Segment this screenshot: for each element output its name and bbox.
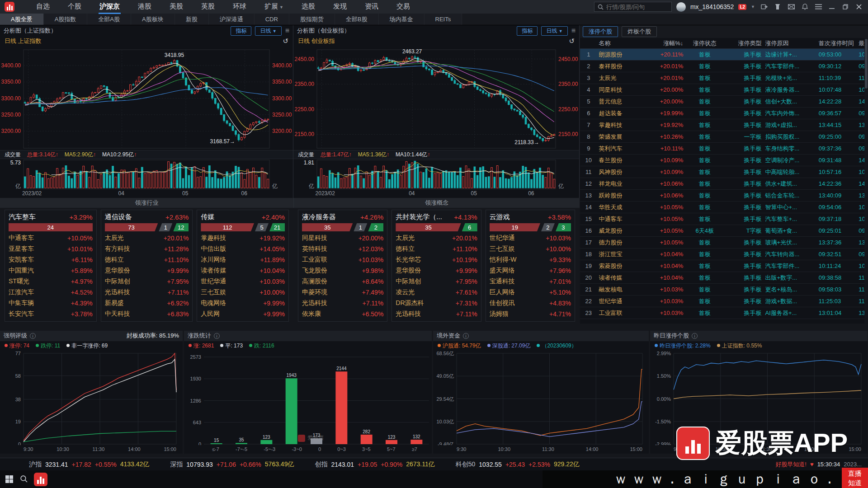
menu-item-港股[interactable]: 港股 [129,0,160,14]
menu-item-发现[interactable]: 发现 [324,0,356,14]
col-header[interactable]: 涨停状态 [685,39,724,47]
menu-item-交易[interactable]: 交易 [387,0,419,14]
sector-stock-row[interactable]: 中国重汽+5.89% [9,265,93,276]
indicator-button[interactable]: 指标 [517,26,538,36]
info-icon[interactable]: i [30,333,36,339]
sector-stock-row[interactable]: 中际旭创+7.95% [396,276,477,287]
sector-stock-row[interactable]: 紫光股份+6.42% [302,319,383,322]
sector-stock-row[interactable]: 世纪华通+10.03% [490,233,571,244]
sector-stock-row[interactable]: 长安汽车+3.78% [9,309,93,319]
menu-item-资讯[interactable]: 资讯 [356,0,387,14]
period-button[interactable]: 日线 ▼ [255,26,281,36]
minimize-button[interactable] [827,3,836,11]
limit-up-row-掌趣科技[interactable]: 7掌趣科技+19.92%首板换手板游戏+虚拟...13:44:1513:4 [580,119,868,131]
sector-card-液冷服务器[interactable]: 液冷服务器+4.26%3512同星科技+20.00%英特科技+12.03%工业富… [298,210,387,322]
sector-stock-row[interactable]: 果麦文化+9.98% [201,319,285,322]
limit-up-row-同星科技[interactable]: 4同星科技+20.00%首板换手板液冷服务器...10:07:4810:0 [580,84,868,96]
col-header[interactable]: 涨停原因 [764,39,817,47]
info-icon[interactable]: i [463,333,469,339]
sector-stock-row[interactable]: DR源杰科+7.31% [396,298,477,309]
sector-stock-row[interactable]: 人民网+9.99% [201,309,285,319]
table-scrollbar[interactable] [864,38,868,324]
sector-stock-row[interactable]: 汤姆猫+4.71% [490,309,571,319]
limit-up-row-索菱股份[interactable]: 19索菱股份+10.04%首板换手板汽车零部件...10:11:2410:1 [580,260,868,272]
sector-card-共封装光学（...[interactable]: 共封装光学（...+4.13%356太辰光+20.01%德科立+11.10%长光… [392,210,481,322]
sector-stock-row[interactable]: 宝通科技+7.01% [490,276,571,287]
col-header[interactable]: 首次涨停时间 [817,39,857,47]
user-caret-icon[interactable]: ▼ [751,5,755,9]
tab-场内基金[interactable]: 场内基金 [379,14,425,25]
search-input[interactable] [606,4,665,10]
limit-up-row-浙江世宝[interactable]: 18浙江世宝+10.04%首板换手板汽车转向器...09:32:5109:3 [580,249,868,260]
sector-stock-row[interactable]: 三七互娱+10.00% [201,287,285,298]
sector-stock-row[interactable]: 英特科技+12.03% [302,244,383,254]
sector-stock-row[interactable]: 工业富联+10.03% [302,254,383,265]
info-icon[interactable]: i [214,333,220,339]
tab-A股板块[interactable]: A股板块 [131,14,175,25]
chart-menu-icon[interactable]: ≡ [285,27,289,34]
tab-A股指数[interactable]: A股指数 [44,14,88,25]
sector-stock-row[interactable]: 光迅科技+7.11% [105,287,189,298]
sector-stock-row[interactable]: 依米康+6.50% [302,309,383,319]
sector-stock-row[interactable]: 中信出版+14.05% [201,244,285,254]
switch-account-icon[interactable] [760,3,769,11]
sector-stock-row[interactable]: ST曙光+4.97% [9,276,93,287]
candlestick-chart-chinext[interactable]: 2450.002450.002350.002350.002250.002250.… [293,46,579,150]
sector-stock-row[interactable]: 飞龙股份+9.98% [302,265,383,276]
sector-stock-row[interactable]: 长光华芯+10.19% [396,254,477,265]
sector-stock-row[interactable]: 申菱环境+7.49% [302,287,383,298]
sector-stock-row[interactable]: 掌趣科技+19.92% [201,233,285,244]
updown-bar-chart[interactable]: 2573193012866430153512319431732144282123… [184,351,432,446]
sector-stock-row[interactable]: 亚星客车+10.01% [9,244,93,254]
col-header[interactable]: 涨停类型 [724,39,764,47]
sector-card-云游戏[interactable]: 云游戏+3.58%1923世纪华通+10.03%三七互娱+10.00%恺利得-W… [486,210,575,322]
maximize-button[interactable] [841,3,850,11]
chart-menu-icon[interactable]: ≡ [571,27,576,34]
menu-list-icon[interactable] [814,3,823,11]
chart-subtab-chinext[interactable]: 日线 创业板指 [298,37,335,45]
index-quote-深指[interactable]: 深指10793.93+71.06+0.66%5763.49亿 [170,460,294,469]
sector-stock-row[interactable]: 凌云光+7.61% [396,287,477,298]
limit-up-row-风神股份[interactable]: 11风神股份+10.09%首板换手板中高端轮胎...10:57:1610:5 [580,166,868,178]
limit-up-row-泰祥股份[interactable]: 2泰祥股份+20.01%首板换手板汽车零部件...09:30:1209:3 [580,61,868,72]
tab-沪深港通[interactable]: 沪深港通 [209,14,255,25]
limit-up-row-春兰股份[interactable]: 10春兰股份+10.09%首板换手板空调制冷产...09:31:4814:3 [580,155,868,166]
indicator-button[interactable]: 指标 [231,26,251,36]
sector-stock-row[interactable]: 高澜股份+8.64% [302,276,383,287]
promo-text[interactable]: 好股早知道! [775,460,807,469]
tab-全部B股[interactable]: 全部B股 [335,14,379,25]
tab-全部A股[interactable]: 全部A股 [87,14,131,25]
vip-gift-icon[interactable] [773,3,782,11]
sector-stock-row[interactable]: 巨人网络+5.10% [490,287,571,298]
sector-stock-row[interactable]: 新易盛+6.92% [105,298,189,309]
sector-stock-row[interactable]: 德科立+11.10% [396,244,477,254]
sector-card-传媒[interactable]: 传媒+2.40%112521掌趣科技+19.92%中信出版+14.05%冰川网络… [197,210,289,322]
sector-stock-row[interactable]: 中通客车+10.05% [9,233,93,244]
limit-up-row-威龙股份[interactable]: 16威龙股份+10.05%6天4板T字板葡萄酒+食...09:25:0109:4 [580,225,868,237]
sector-stock-row[interactable]: 天孚通信+6.52% [105,319,189,322]
limit-up-row-超达装备[interactable]: 6超达装备+19.99%首板换手板汽车内外饰...09:36:5709:3 [580,108,868,119]
limit-up-row-读者传媒[interactable]: 20读者传媒+10.04%首板换手板出版+数字...09:38:5811:1 [580,272,868,284]
strength-chart[interactable]: 775838190 [0,351,183,446]
col-header[interactable]: 名称 [597,39,644,47]
tab-A股全景[interactable]: A股全景 [0,14,44,25]
sector-stock-row[interactable]: 光迅科技+7.11% [302,298,383,309]
sector-stock-row[interactable]: 同星科技+20.00% [302,233,383,244]
limit-up-row-中通客车[interactable]: 15中通客车+10.05%首板换手板汽车整车+...09:37:1810:2 [580,213,868,225]
limit-up-row-融发核电[interactable]: 21融发核电+10.03%首板换手板更名+核岛...09:58:0311:1 [580,284,868,296]
foreign-funds-chart[interactable]: 68.56亿49.05亿29.54亿10.03亿-9.48亿 [433,351,649,446]
sector-stock-row[interactable]: 盛天网络+7.96% [490,265,571,276]
sector-card-通信设备[interactable]: 通信设备+2.63%73112太辰光+20.01%有方科技+11.28%德科立+… [101,210,193,322]
sector-stock-row[interactable]: 光迅科技+7.11% [396,309,477,319]
limit-up-row-德力股份[interactable]: 17德力股份+10.05%首板换手板玻璃+光伏...13:37:3613:3 [580,237,868,249]
sector-stock-row[interactable]: 新易盛+6.92% [396,319,477,322]
limit-tab-涨停个股[interactable]: 涨停个股 [583,26,618,37]
sector-stock-row[interactable]: 世纪华通+10.03% [201,276,285,287]
bell-icon[interactable] [800,3,809,11]
sector-stock-row[interactable]: 电魂网络+9.99% [201,298,285,309]
sector-stock-row[interactable]: 德科立+11.10% [105,254,189,265]
menu-item-自选[interactable]: 自选 [27,0,59,14]
period-button[interactable]: 日线 ▼ [541,26,567,36]
col-header[interactable]: 涨幅%↓ [644,39,685,47]
sector-stock-row[interactable]: 冰川网络+11.89% [201,254,285,265]
